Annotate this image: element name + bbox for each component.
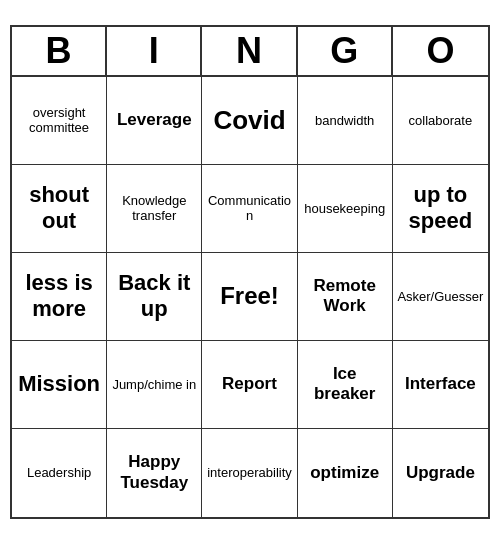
bingo-cell-16: Jump/chime in [107,341,202,429]
header-letter-i: I [107,27,202,75]
bingo-cell-13: Remote Work [298,253,393,341]
cell-text-23: optimize [310,463,379,483]
bingo-cell-19: Interface [393,341,488,429]
bingo-cell-23: optimize [298,429,393,517]
bingo-cell-20: Leadership [12,429,107,517]
cell-text-9: up to speed [397,182,484,235]
cell-text-7: Communication [206,193,292,224]
cell-text-12: Free! [220,282,279,311]
bingo-cell-10: less is more [12,253,107,341]
cell-text-19: Interface [405,374,476,394]
bingo-cell-5: shout out [12,165,107,253]
cell-text-15: Mission [18,371,100,397]
bingo-cell-4: collaborate [393,77,488,165]
bingo-card: BINGO oversight committeeLeverageCovidba… [10,25,490,519]
bingo-grid: oversight committeeLeverageCovidbandwidt… [12,77,488,517]
cell-text-24: Upgrade [406,463,475,483]
bingo-cell-18: Ice breaker [298,341,393,429]
bingo-cell-12: Free! [202,253,297,341]
bingo-cell-22: interoperability [202,429,297,517]
cell-text-2: Covid [213,105,285,136]
cell-text-21: Happy Tuesday [111,452,197,493]
cell-text-5: shout out [16,182,102,235]
cell-text-8: housekeeping [304,201,385,217]
cell-text-4: collaborate [409,113,473,129]
bingo-cell-0: oversight committee [12,77,107,165]
cell-text-11: Back it up [111,270,197,323]
bingo-cell-21: Happy Tuesday [107,429,202,517]
cell-text-22: interoperability [207,465,292,481]
bingo-cell-6: Knowledge transfer [107,165,202,253]
header-letter-n: N [202,27,297,75]
cell-text-13: Remote Work [302,276,388,317]
cell-text-3: bandwidth [315,113,374,129]
header-letter-g: G [298,27,393,75]
bingo-cell-11: Back it up [107,253,202,341]
bingo-cell-24: Upgrade [393,429,488,517]
cell-text-18: Ice breaker [302,364,388,405]
bingo-cell-3: bandwidth [298,77,393,165]
cell-text-6: Knowledge transfer [111,193,197,224]
bingo-cell-7: Communication [202,165,297,253]
cell-text-17: Report [222,374,277,394]
bingo-cell-17: Report [202,341,297,429]
cell-text-20: Leadership [27,465,91,481]
header-letter-b: B [12,27,107,75]
bingo-cell-2: Covid [202,77,297,165]
bingo-cell-9: up to speed [393,165,488,253]
bingo-cell-1: Leverage [107,77,202,165]
header-letter-o: O [393,27,488,75]
cell-text-1: Leverage [117,110,192,130]
bingo-cell-8: housekeeping [298,165,393,253]
bingo-cell-14: Asker/Guesser [393,253,488,341]
cell-text-14: Asker/Guesser [397,289,483,305]
cell-text-16: Jump/chime in [112,377,196,393]
cell-text-0: oversight committee [16,105,102,136]
bingo-cell-15: Mission [12,341,107,429]
cell-text-10: less is more [16,270,102,323]
bingo-header: BINGO [12,27,488,77]
